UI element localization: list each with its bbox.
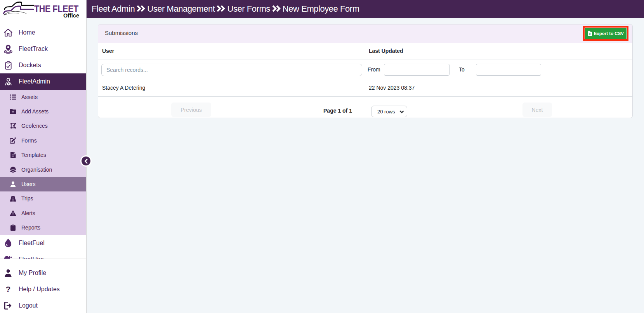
svg-text:x: x (589, 32, 591, 36)
